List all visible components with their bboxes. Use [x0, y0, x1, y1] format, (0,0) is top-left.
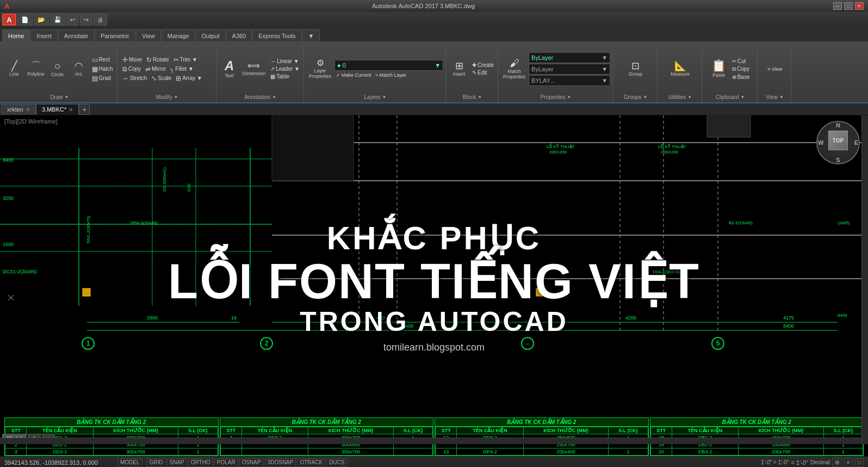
- compass-south: S: [836, 157, 840, 163]
- move-button[interactable]: ✛ Move: [121, 56, 144, 64]
- tab-output[interactable]: Output: [196, 29, 226, 41]
- ui-button[interactable]: □: [855, 458, 864, 467]
- clipboard-copy-button[interactable]: ⧉ Copy: [730, 65, 752, 73]
- application-menu[interactable]: A: [2, 14, 16, 26]
- 3dosnap-button[interactable]: 3DOSNAP: [265, 458, 296, 467]
- nav-icon-2[interactable]: 2: [260, 337, 273, 350]
- new-button[interactable]: 📄: [17, 14, 33, 26]
- table-2-col-sl: S.L (CK): [393, 427, 432, 434]
- drawing-viewport[interactable]: 2900 16 420 4200 4175 8400 8400 DN1-2(30…: [0, 115, 868, 456]
- layer-properties-button[interactable]: ⚙ LayerProperties: [307, 58, 333, 80]
- lineweight-dropdown[interactable]: BYLAY... ▼: [529, 75, 610, 86]
- minimize-button[interactable]: ─: [833, 2, 842, 10]
- redo-button[interactable]: ↪: [80, 14, 92, 26]
- tab-manage[interactable]: Manage: [162, 29, 195, 41]
- model-status-button[interactable]: MODEL: [117, 458, 142, 467]
- rotate-button[interactable]: ↻ Rotate: [145, 56, 170, 64]
- paste-button[interactable]: 📋 Paste: [709, 59, 729, 79]
- groups-dropdown-arrow[interactable]: ▼: [643, 95, 648, 100]
- clipboard-dropdown-arrow[interactable]: ▼: [741, 95, 745, 100]
- tab-more[interactable]: ▼: [302, 29, 320, 41]
- rectangle-button[interactable]: ▭ Rect: [90, 56, 115, 64]
- copy-button[interactable]: ⧉ Copy: [121, 65, 142, 73]
- make-current-button[interactable]: ✓ Make Current: [334, 72, 373, 78]
- viewcube[interactable]: N S E W TOP: [816, 121, 860, 164]
- nav-icon-3[interactable]: ↔: [521, 337, 534, 350]
- doc-tab-xrkten[interactable]: xrkten ✕: [1, 104, 36, 115]
- color-dropdown[interactable]: ByLayer ▼: [529, 52, 610, 63]
- stretch-button[interactable]: ↔ Stretch: [121, 74, 149, 83]
- linetype-dropdown[interactable]: ByLayer ▼: [529, 64, 610, 75]
- layer-dropdown[interactable]: ● 0 ▼: [334, 60, 443, 71]
- snap-button[interactable]: SNAP: [167, 458, 187, 467]
- draw-dropdown-arrow[interactable]: ▼: [65, 95, 69, 100]
- new-tab-button[interactable]: +: [79, 104, 90, 115]
- tab-view[interactable]: View: [136, 29, 161, 41]
- view-dropdown-arrow[interactable]: ▼: [779, 95, 784, 100]
- edit-block-button[interactable]: ✎ Edit: [470, 69, 495, 76]
- utilities-dropdown-arrow[interactable]: ▼: [687, 95, 692, 100]
- otrack-button[interactable]: OTRACK: [297, 458, 325, 467]
- insert-button[interactable]: ⊞ Insert: [449, 60, 469, 78]
- fillet-button[interactable]: ╮ Fillet ▼: [169, 65, 195, 73]
- circle-button[interactable]: ○ Circle: [48, 59, 67, 78]
- text-label: Text: [225, 73, 234, 78]
- scale-button[interactable]: ⤡ Scale: [150, 74, 173, 83]
- horizontal-scrollbar[interactable]: [0, 438, 861, 444]
- hatch-button[interactable]: ▦ Hatch: [90, 65, 115, 73]
- leader-button[interactable]: ↗ Leader ▼: [269, 65, 301, 72]
- 3mbkc-close[interactable]: ✕: [69, 107, 73, 113]
- nav-icon-1[interactable]: 1: [82, 337, 95, 350]
- tab-insert[interactable]: Insert: [30, 29, 58, 41]
- tab-annotate[interactable]: Annotate: [58, 29, 94, 41]
- save-button[interactable]: 💾: [50, 14, 65, 26]
- group-button[interactable]: ⊡ Group: [626, 60, 646, 78]
- tab-parametric[interactable]: Parametric: [95, 29, 135, 41]
- maximize-button[interactable]: □: [844, 2, 853, 10]
- nav-icon-5[interactable]: 5: [711, 337, 724, 350]
- table-3-header-row: STT TÊN CẦU KIỆN KÍCH THƯỚC (MM) S.L (CK…: [436, 427, 648, 434]
- arc-button[interactable]: ◠ Arc: [69, 60, 89, 78]
- line-button[interactable]: ╱ Line: [4, 60, 24, 78]
- measure-button[interactable]: 📐 Measure: [669, 60, 691, 78]
- block-dropdown-arrow[interactable]: ▼: [478, 95, 482, 100]
- viewcube-top-face[interactable]: TOP: [828, 131, 848, 150]
- tab-home[interactable]: Home: [2, 29, 30, 41]
- doc-tab-3mbkc[interactable]: 3.MBKC* ✕: [36, 104, 79, 115]
- gradient-button[interactable]: ▤ Grad: [90, 74, 115, 83]
- mirror-button[interactable]: ⇌ Mirror: [144, 65, 168, 73]
- workspace-button[interactable]: ≡: [844, 458, 853, 467]
- linear-button[interactable]: ↔ Linear ▼: [269, 58, 301, 65]
- close-button[interactable]: ✕: [855, 2, 864, 10]
- tab-express[interactable]: Express Tools: [252, 29, 301, 41]
- annotation-dropdown-arrow[interactable]: ▼: [272, 95, 276, 100]
- zoom-button[interactable]: ⊞: [832, 458, 842, 467]
- ducs-button[interactable]: DUCS: [326, 458, 347, 467]
- view-button1[interactable]: ≡ View: [766, 66, 784, 72]
- ortho-button[interactable]: ORTHO: [188, 458, 213, 467]
- osnap-button[interactable]: OSNAP: [239, 458, 264, 467]
- create-block-button[interactable]: ✚ Create: [470, 62, 495, 69]
- tab-a360[interactable]: A360: [226, 29, 252, 41]
- layers-dropdown-arrow[interactable]: ▼: [382, 95, 387, 100]
- properties-dropdown-arrow[interactable]: ▼: [567, 95, 571, 100]
- polyline-button[interactable]: ⌒ Polyline: [26, 60, 46, 78]
- open-button[interactable]: 📂: [34, 14, 49, 26]
- layers-group-content: ⚙ LayerProperties ● 0 ▼ ✓ Make Current ≈…: [307, 45, 443, 93]
- plot-button[interactable]: 🖨: [94, 14, 107, 26]
- text-button[interactable]: A Text: [220, 58, 239, 79]
- xrkten-close[interactable]: ✕: [26, 107, 30, 113]
- array-button[interactable]: ⊞ Array ▼: [174, 74, 204, 83]
- clipboard-cut-button[interactable]: ✂ Cut: [730, 58, 752, 65]
- undo-button[interactable]: ↩: [66, 14, 79, 26]
- match-properties-button[interactable]: 🖌 MatchProperties: [501, 57, 527, 81]
- trim-button[interactable]: ✂ Trim ▼: [172, 56, 199, 64]
- modify-dropdown-arrow[interactable]: ▼: [173, 95, 178, 100]
- copy-with-base-button[interactable]: ⊕ Base: [730, 73, 752, 81]
- grid-button[interactable]: GRID: [147, 458, 166, 467]
- vertical-scrollbar[interactable]: [861, 115, 868, 444]
- match-layer-button[interactable]: ≈ Match Layer: [374, 72, 408, 78]
- polar-button[interactable]: POLAR: [214, 458, 238, 467]
- table-button[interactable]: ▦ Table: [269, 73, 301, 80]
- dimension-button[interactable]: ⟺ Dimension: [241, 60, 268, 77]
